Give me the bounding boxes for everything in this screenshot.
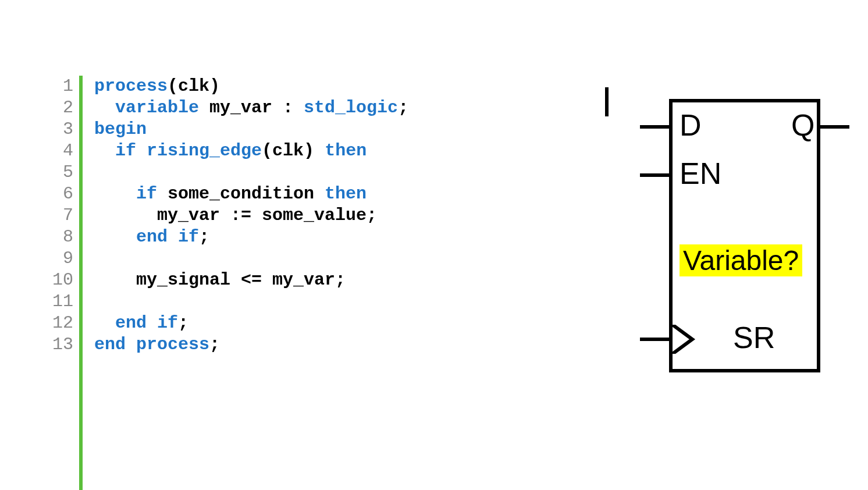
code-lines: process(clk) variable my_var : std_logic… bbox=[94, 76, 408, 490]
pin-label-d: D bbox=[680, 108, 702, 143]
code-line: my_var := some_value; bbox=[94, 205, 408, 226]
code-line: variable my_var : std_logic; bbox=[94, 97, 408, 119]
pin-label-q: Q bbox=[791, 108, 814, 143]
code-accent-bar bbox=[79, 76, 83, 490]
pin-label-en: EN bbox=[680, 156, 721, 191]
line-number: 1 bbox=[63, 76, 73, 97]
line-number: 5 bbox=[63, 162, 73, 183]
pin-label-sr: SR bbox=[733, 320, 775, 355]
code-line bbox=[94, 248, 408, 269]
line-number: 9 bbox=[63, 248, 73, 269]
pin-wire-clk bbox=[640, 338, 669, 341]
code-line: end if; bbox=[94, 313, 408, 334]
code-line: if rising_edge(clk) then bbox=[94, 140, 408, 162]
code-block: 12345678910111213 process(clk) variable … bbox=[0, 0, 408, 490]
code-line bbox=[94, 162, 408, 183]
pin-wire-d bbox=[640, 125, 669, 129]
pin-wire-en bbox=[640, 173, 669, 177]
line-number: 3 bbox=[63, 119, 73, 140]
variable-annotation: Variable? bbox=[680, 244, 802, 276]
line-number: 13 bbox=[52, 334, 73, 356]
code-line: end process; bbox=[94, 334, 408, 356]
code-line bbox=[94, 291, 408, 313]
line-number: 7 bbox=[63, 205, 73, 226]
flipflop-diagram: D Q EN SR Variable? bbox=[605, 87, 838, 407]
code-line: end if; bbox=[94, 226, 408, 248]
code-line: begin bbox=[94, 119, 408, 140]
line-number: 10 bbox=[52, 269, 73, 291]
line-number: 12 bbox=[52, 313, 73, 334]
pin-wire-q bbox=[820, 125, 849, 129]
line-number: 4 bbox=[63, 140, 73, 162]
line-number-gutter: 12345678910111213 bbox=[52, 76, 79, 490]
code-line: process(clk) bbox=[94, 76, 408, 97]
code-line: if some_condition then bbox=[94, 183, 408, 205]
code-line: my_signal <= my_var; bbox=[94, 269, 408, 291]
line-number: 2 bbox=[63, 97, 73, 119]
pin-wire-sr bbox=[605, 87, 609, 116]
line-number: 6 bbox=[63, 183, 73, 205]
line-number: 8 bbox=[63, 226, 73, 248]
line-number: 11 bbox=[52, 291, 73, 313]
clock-triangle-icon bbox=[673, 325, 696, 354]
